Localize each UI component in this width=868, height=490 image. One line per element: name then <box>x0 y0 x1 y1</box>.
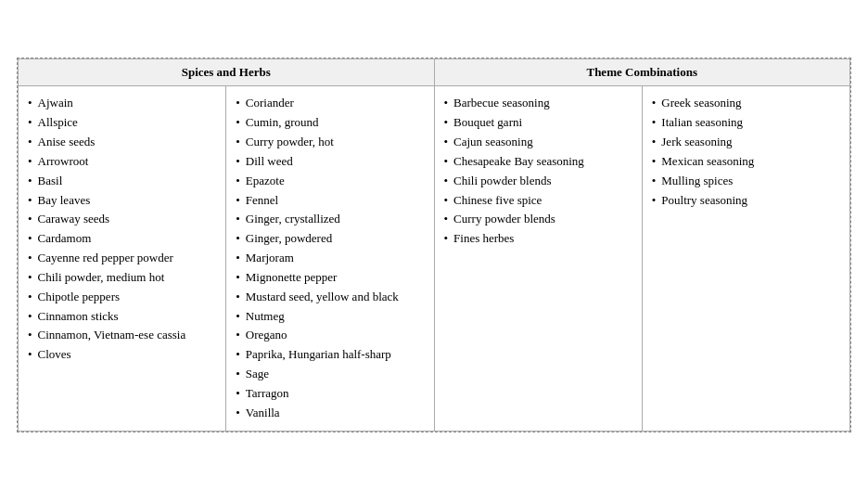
table-container: Spices and Herbs Theme Combinations Ajwa… <box>17 58 851 432</box>
col3-cell: Barbecue seasoningBouquet garniCajun sea… <box>434 86 642 431</box>
list-item: Nutmeg <box>236 307 424 327</box>
list-item: Cinnamon sticks <box>28 307 216 327</box>
list-item: Coriander <box>236 94 424 113</box>
spices-herbs-header: Spices and Herbs <box>19 59 435 86</box>
list-item: Sage <box>236 365 424 384</box>
list-item: Poultry seasoning <box>652 191 840 211</box>
list-item: Chesapeake Bay seasoning <box>444 152 632 172</box>
list-item: Cloves <box>28 345 216 365</box>
list-item: Chipotle peppers <box>28 288 216 307</box>
list-item: Arrowroot <box>28 152 216 172</box>
list-item: Mulling spices <box>652 172 840 191</box>
spices-table: Spices and Herbs Theme Combinations Ajwa… <box>18 58 850 431</box>
list-item: Greek seasoning <box>652 94 840 113</box>
list-item: Paprika, Hungarian half-sharp <box>236 345 424 365</box>
list-item: Chili powder, medium hot <box>28 268 216 288</box>
list-item: Chinese five spice <box>444 191 632 211</box>
list-item: Allspice <box>28 113 216 133</box>
list-item: Bouquet garni <box>444 113 632 133</box>
list-item: Cinnamon, Vietnam-ese cassia <box>28 326 216 345</box>
list-item: Basil <box>28 172 216 191</box>
col1-list: AjwainAllspiceAnise seedsArrowrootBasilB… <box>28 94 216 365</box>
col4-cell: Greek seasoningItalian seasoningJerk sea… <box>642 86 849 431</box>
list-item: Italian seasoning <box>652 113 840 133</box>
list-item: Bay leaves <box>28 191 216 211</box>
col3-list: Barbecue seasoningBouquet garniCajun sea… <box>444 94 632 249</box>
list-item: Marjoram <box>236 249 424 268</box>
list-item: Oregano <box>236 326 424 345</box>
list-item: Mexican seasoning <box>652 152 840 172</box>
list-item: Barbecue seasoning <box>444 94 632 113</box>
list-item: Chili powder blends <box>444 172 632 191</box>
list-item: Curry powder blends <box>444 210 632 229</box>
list-item: Epazote <box>236 172 424 191</box>
col2-cell: CorianderCumin, groundCurry powder, hotD… <box>226 86 434 431</box>
list-item: Fines herbes <box>444 229 632 249</box>
col2-list: CorianderCumin, groundCurry powder, hotD… <box>236 94 424 422</box>
list-item: Fennel <box>236 191 424 211</box>
list-item: Vanilla <box>236 404 424 423</box>
list-item: Cayenne red pepper powder <box>28 249 216 268</box>
list-item: Mignonette pepper <box>236 268 424 288</box>
col1-cell: AjwainAllspiceAnise seedsArrowrootBasilB… <box>19 86 226 431</box>
list-item: Caraway seeds <box>28 210 216 229</box>
list-item: Tarragon <box>236 384 424 404</box>
list-item: Mustard seed, yellow and black <box>236 288 424 307</box>
list-item: Cajun seasoning <box>444 133 632 152</box>
list-item: Anise seeds <box>28 133 216 152</box>
list-item: Dill weed <box>236 152 424 172</box>
list-item: Ajwain <box>28 94 216 113</box>
list-item: Ginger, powdered <box>236 229 424 249</box>
list-item: Jerk seasoning <box>652 133 840 152</box>
list-item: Cumin, ground <box>236 113 424 133</box>
list-item: Curry powder, hot <box>236 133 424 152</box>
theme-combinations-header: Theme Combinations <box>434 59 850 86</box>
list-item: Ginger, crystallized <box>236 210 424 229</box>
col4-list: Greek seasoningItalian seasoningJerk sea… <box>652 94 840 210</box>
list-item: Cardamom <box>28 229 216 249</box>
